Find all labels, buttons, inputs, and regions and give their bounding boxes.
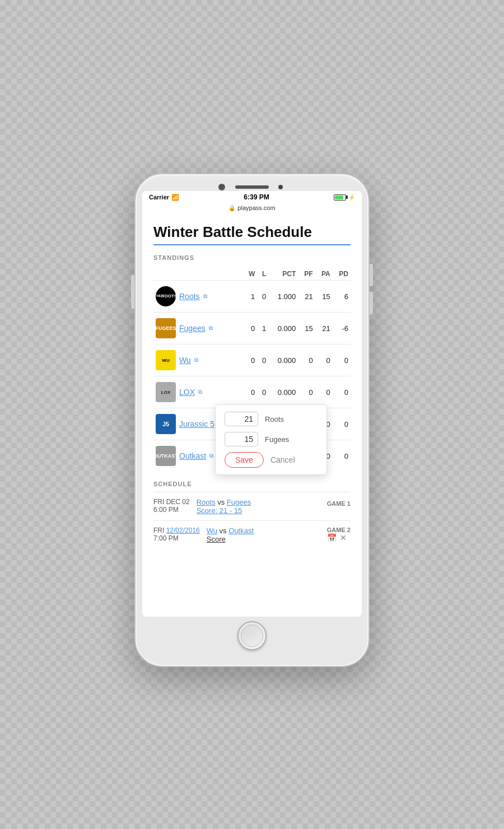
- stat-pd: -6: [333, 313, 351, 344]
- stat-pct: 0.000: [268, 344, 298, 376]
- popup-row-2: Fugees: [225, 432, 318, 446]
- team-name-link[interactable]: Wu: [179, 356, 191, 365]
- stat-pf: 15: [298, 313, 315, 344]
- popup-buttons: Save Cancel: [225, 452, 318, 468]
- popup-team-2: Fugees: [265, 435, 289, 444]
- team-cell: THEROOTSRoots⧉: [153, 281, 243, 313]
- game-1-label: GAME 1: [327, 498, 351, 508]
- close-icon[interactable]: ✕: [340, 533, 347, 542]
- status-right: ⚡: [334, 194, 355, 201]
- col-pf: PF: [298, 268, 315, 281]
- stat-pct: 0.000: [268, 376, 298, 408]
- team-name-link[interactable]: Jurassic 5: [179, 420, 214, 429]
- phone-top: [142, 181, 362, 191]
- home-button[interactable]: [237, 621, 267, 650]
- col-team: [153, 268, 243, 281]
- stat-pd: 0: [333, 408, 351, 440]
- phone-bottom: [142, 617, 362, 659]
- stat-w: 1: [243, 281, 257, 313]
- game-2-date: FRI 12/02/2016: [153, 527, 200, 534]
- popup-row-1: Roots: [225, 412, 318, 426]
- stat-pa: 0: [315, 344, 333, 376]
- battery-fill: [335, 195, 343, 199]
- game-1-badge: GAME 1: [327, 500, 351, 507]
- stat-pf: 0: [298, 344, 315, 376]
- lightning-icon: ⚡: [348, 194, 355, 201]
- col-l: L: [257, 268, 268, 281]
- game-2-icons: 📅 ✕: [327, 533, 351, 542]
- external-link-icon: ⧉: [203, 293, 207, 300]
- external-link-icon: ⧉: [209, 325, 213, 332]
- score-input-2[interactable]: [225, 432, 258, 446]
- stat-pct: 0.000: [268, 313, 298, 344]
- game-2-label-col: GAME 2 📅 ✕: [327, 527, 351, 542]
- stat-l: 0: [257, 281, 268, 313]
- score-popup: Roots Fugees Save Cancel: [215, 404, 327, 475]
- stat-pd: 0: [333, 344, 351, 376]
- game-1-team2-link[interactable]: Fugees: [227, 498, 251, 506]
- stat-pa: 0: [315, 376, 333, 408]
- external-link-icon: ⧉: [194, 357, 198, 364]
- team-cell: LOXLOX⧉: [153, 376, 243, 408]
- status-bar: Carrier 📶 6:39 PM ⚡: [142, 191, 362, 203]
- power-button[interactable]: [131, 275, 134, 309]
- game-1-teams: Roots vs Fugees: [197, 498, 320, 506]
- calendar-icon[interactable]: 📅: [327, 533, 337, 542]
- game-2-date-link[interactable]: 12/02/2016: [166, 527, 200, 534]
- game-1-info: Roots vs Fugees Score: 21 - 15: [190, 498, 327, 515]
- stat-pa: 21: [315, 313, 333, 344]
- page-title: Winter Battle Schedule: [153, 223, 351, 245]
- game-1-time: 6:00 PM: [153, 506, 190, 514]
- home-button-inner: [241, 625, 263, 647]
- game-1-score[interactable]: Score: 21 - 15: [197, 506, 320, 515]
- status-time: 6:39 PM: [244, 193, 269, 201]
- schedule-label: SCHEDULE: [153, 481, 351, 487]
- game-1-date: FRI DEC 02: [153, 498, 190, 506]
- volume-down-button[interactable]: [370, 292, 373, 314]
- volume-up-button[interactable]: [370, 264, 373, 286]
- game-1-team1-link[interactable]: Roots: [197, 498, 216, 506]
- stat-w: 0: [243, 344, 257, 376]
- lock-icon: 🔒: [228, 205, 235, 211]
- stat-pct: 1.000: [268, 281, 298, 313]
- camera: [218, 184, 225, 190]
- team-name-link[interactable]: Outkast: [179, 451, 206, 460]
- stat-pf: 21: [298, 281, 315, 313]
- url-bar: 🔒 playpass.com: [142, 203, 362, 215]
- game-2-info: Wu vs Outkast Score: [200, 527, 327, 543]
- phone-frame: Carrier 📶 6:39 PM ⚡ 🔒 playpass.com Wint: [134, 173, 370, 667]
- team-logo: FUGEES: [156, 318, 176, 338]
- url-text: playpass.com: [237, 204, 275, 211]
- game-2-badge: GAME 2: [327, 527, 351, 533]
- team-logo: WU: [156, 350, 176, 370]
- team-logo: THEROOTS: [156, 286, 176, 306]
- save-button[interactable]: Save: [225, 452, 264, 468]
- score-input-1[interactable]: [225, 412, 258, 426]
- game-2-score-label[interactable]: Score: [207, 535, 320, 543]
- screen: Carrier 📶 6:39 PM ⚡ 🔒 playpass.com Wint: [142, 191, 362, 617]
- cancel-button[interactable]: Cancel: [270, 455, 295, 464]
- game-2-team1-link[interactable]: Wu: [207, 527, 217, 535]
- external-link-icon: ⧉: [209, 453, 213, 459]
- team-cell-wrap: THEROOTSRoots⧉: [156, 286, 241, 306]
- screen-content: Winter Battle Schedule STANDINGS W L PCT…: [142, 215, 362, 481]
- team-name-link[interactable]: Fugees: [179, 324, 206, 333]
- standings-row: FUGEESFugees⧉010.0001521-6: [153, 313, 351, 344]
- stat-pf: 0: [298, 376, 315, 408]
- team-name-link[interactable]: Roots: [179, 292, 200, 301]
- stat-l: 0: [257, 376, 268, 408]
- team-logo: J5: [156, 414, 176, 434]
- stat-w: 0: [243, 376, 257, 408]
- team-name-link[interactable]: LOX: [179, 388, 195, 397]
- game-2-team2-link[interactable]: Outkast: [228, 527, 254, 535]
- game-2-teams: Wu vs Outkast: [207, 527, 320, 535]
- game-1-datetime: FRI DEC 02 6:00 PM: [153, 498, 190, 514]
- game-2-datetime: FRI 12/02/2016 7:00 PM: [153, 527, 200, 542]
- team-logo: LOX: [156, 382, 176, 402]
- earpiece: [278, 185, 283, 189]
- col-pct: PCT: [268, 268, 298, 281]
- schedule-section: SCHEDULE FRI DEC 02 6:00 PM Roots vs Fug…: [142, 481, 362, 558]
- stat-pd: 0: [333, 440, 351, 472]
- col-pa: PA: [315, 268, 333, 281]
- standings-row: WUWu⧉000.000000: [153, 344, 351, 376]
